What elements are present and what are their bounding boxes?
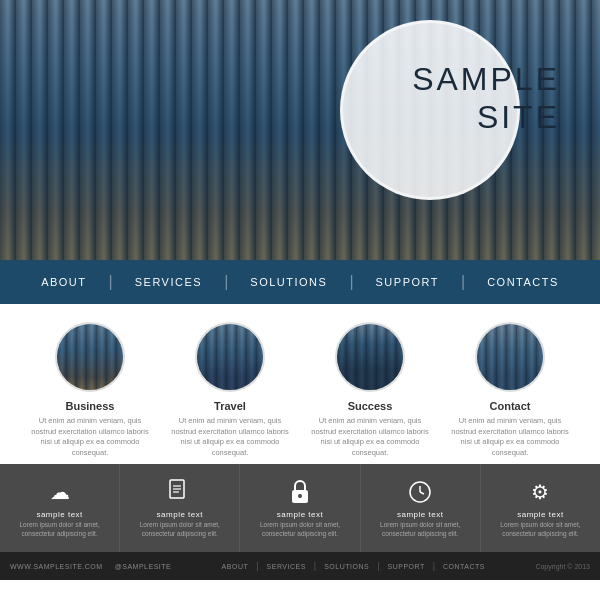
feature-text-success: Ut enim ad minim veniam, quis nostrud ex… [308,416,432,458]
footer-sep-3: | [377,561,379,571]
footer-sep-2: | [314,561,316,571]
footer-sep-1: | [256,561,258,571]
nav-about[interactable]: ABOUT [19,276,108,288]
document-icon [166,478,194,506]
feature-title-success: Success [348,400,393,412]
footer-copyright: Copyright © 2013 [535,563,590,570]
feature-circle-business [55,322,125,392]
nav-support[interactable]: SUPPORT [354,276,461,288]
feature-title-contact: Contact [490,400,531,412]
bottom-item-gear: ⚙ sample text Lorem ipsum dolor sit amet… [481,464,600,552]
footer-sep-4: | [433,561,435,571]
feature-business: Business Ut enim ad minim veniam, quis n… [20,322,160,458]
bottom-label-1: sample text [157,510,203,519]
nav-contacts[interactable]: CONTACTS [465,276,581,288]
footer-nav-solutions[interactable]: SOLUTIONS [324,563,369,570]
bottom-item-doc: sample text Lorem ipsum dolor sit amet, … [120,464,240,552]
footer-nav-support[interactable]: SUPPORT [387,563,424,570]
footer-nav-contacts[interactable]: CONTACTS [443,563,485,570]
feature-contact: Contact Ut enim ad minim veniam, quis no… [440,322,580,458]
feature-text-contact: Ut enim ad minim veniam, quis nostrud ex… [448,416,572,458]
bottom-text-0: Lorem ipsum dolor sit amet, consectetur … [6,521,113,538]
footer-nav-about[interactable]: ABOUT [222,563,249,570]
bottom-text-4: Lorem ipsum dolor sit amet, consectetur … [487,521,594,538]
nav-services[interactable]: SERVICES [113,276,224,288]
footer-social: @SAMPLESITE [115,563,172,570]
cloud-icon: ☁ [46,478,74,506]
bottom-icons-section: ☁ sample text Lorem ipsum dolor sit amet… [0,464,600,552]
footer-left: WWW.SAMPLESITE.COM @SAMPLESITE [10,563,171,570]
bottom-label-4: sample text [517,510,563,519]
feature-circle-success [335,322,405,392]
footer: WWW.SAMPLESITE.COM @SAMPLESITE ABOUT | S… [0,552,600,580]
bottom-label-3: sample text [397,510,443,519]
feature-text-travel: Ut enim ad minim veniam, quis nostrud ex… [168,416,292,458]
clock-icon [406,478,434,506]
feature-text-business: Ut enim ad minim veniam, quis nostrud ex… [28,416,152,458]
feature-circle-contact [475,322,545,392]
svg-point-5 [298,494,302,498]
feature-success: Success Ut enim ad minim veniam, quis no… [300,322,440,458]
bottom-item-cloud: ☁ sample text Lorem ipsum dolor sit amet… [0,464,120,552]
feature-title-travel: Travel [214,400,246,412]
feature-title-business: Business [66,400,115,412]
feature-travel: Travel Ut enim ad minim veniam, quis nos… [160,322,300,458]
footer-nav: ABOUT | SERVICES | SOLUTIONS | SUPPORT |… [222,561,485,571]
bottom-text-3: Lorem ipsum dolor sit amet, consectetur … [367,521,474,538]
footer-website: WWW.SAMPLESITE.COM [10,563,103,570]
svg-line-8 [420,492,424,494]
hero-section: SAMPLE SITE [0,0,600,260]
bottom-item-lock: sample text Lorem ipsum dolor sit amet, … [240,464,360,552]
main-nav: ABOUT | SERVICES | SOLUTIONS | SUPPORT |… [0,260,600,304]
gear-icon: ⚙ [526,478,554,506]
bottom-label-2: sample text [277,510,323,519]
bottom-text-2: Lorem ipsum dolor sit amet, consectetur … [246,521,353,538]
site-title: SAMPLE SITE [412,60,560,137]
features-section: Business Ut enim ad minim veniam, quis n… [0,304,600,464]
feature-circle-travel [195,322,265,392]
bottom-item-clock: sample text Lorem ipsum dolor sit amet, … [361,464,481,552]
bottom-text-1: Lorem ipsum dolor sit amet, consectetur … [126,521,233,538]
footer-nav-services[interactable]: SERVICES [267,563,306,570]
bottom-label-0: sample text [36,510,82,519]
lock-icon [286,478,314,506]
nav-solutions[interactable]: SOLUTIONS [228,276,349,288]
